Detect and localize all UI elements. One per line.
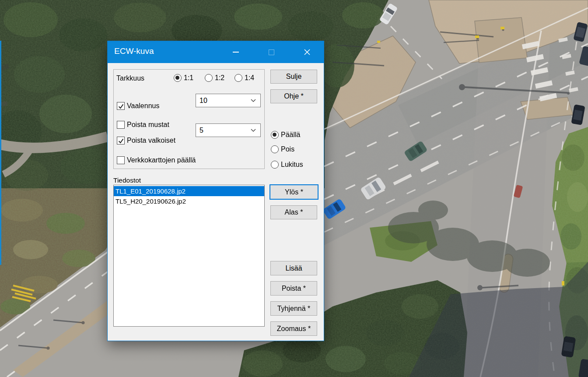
combo-value: 5 bbox=[196, 127, 251, 134]
checkbox-label: Poista valkoiset bbox=[127, 137, 175, 144]
vaalennus-combo[interactable]: 10 bbox=[196, 94, 261, 107]
radio-icon bbox=[174, 74, 182, 82]
checkbox-label: Vaalennus bbox=[127, 102, 159, 110]
radio-icon bbox=[271, 145, 279, 153]
radio-tarkkuus-1-4[interactable]: 1:4 bbox=[234, 74, 254, 82]
checkbox-icon bbox=[117, 137, 125, 144]
radio-tarkkuus-1-2[interactable]: 1:2 bbox=[205, 74, 224, 82]
sulje-button[interactable]: Sulje bbox=[270, 70, 317, 84]
checkbox-verkkokartat[interactable]: Verkkokarttojen päällä bbox=[117, 156, 196, 164]
radio-label: Päällä bbox=[281, 131, 300, 139]
tiedostot-label: Tiedostot bbox=[113, 176, 141, 184]
radio-icon bbox=[271, 131, 279, 139]
chevron-down-icon bbox=[251, 129, 256, 132]
chevron-down-icon bbox=[251, 99, 256, 102]
maximize-button[interactable] bbox=[261, 41, 281, 63]
minimize-icon bbox=[233, 52, 239, 53]
checkbox-label: Verkkokarttojen päällä bbox=[127, 156, 196, 164]
radio-label: 1:2 bbox=[215, 74, 224, 82]
combo-value: 10 bbox=[196, 97, 251, 105]
checkbox-icon bbox=[117, 121, 125, 129]
settings-groupbox bbox=[113, 69, 265, 169]
file-list-item[interactable]: TL1_E01_20190628.jp2 bbox=[114, 186, 264, 196]
lisaa-button[interactable]: Lisää bbox=[270, 261, 317, 275]
poista-button[interactable]: Poista * bbox=[270, 281, 317, 296]
radio-label: 1:4 bbox=[245, 74, 254, 82]
radio-pois[interactable]: Pois bbox=[271, 145, 294, 153]
radio-tarkkuus-1-1[interactable]: 1:1 bbox=[174, 74, 193, 82]
dialog-body: Tarkkuus 1:1 1:2 1:4 Vaalennus bbox=[108, 63, 324, 341]
radio-icon bbox=[234, 74, 242, 82]
check-icon bbox=[118, 138, 124, 144]
radio-icon bbox=[271, 161, 279, 169]
ohje-button[interactable]: Ohje * bbox=[270, 89, 317, 103]
check-icon bbox=[118, 103, 124, 109]
checkbox-icon bbox=[117, 102, 125, 110]
radio-label: Pois bbox=[281, 145, 294, 153]
minimize-button[interactable] bbox=[226, 41, 246, 63]
ecw-kuva-dialog: ECW-kuva Tarkkuus 1:1 bbox=[107, 41, 324, 341]
close-icon bbox=[304, 49, 311, 56]
tarkkuus-label: Tarkkuus bbox=[116, 74, 144, 82]
checkbox-poista-mustat[interactable]: Poista mustat bbox=[117, 121, 169, 129]
file-list-item[interactable]: TL5_H20_20190626.jp2 bbox=[114, 196, 264, 206]
checkbox-poista-valkoiset[interactable]: Poista valkoiset bbox=[117, 137, 175, 144]
dialog-titlebar[interactable]: ECW-kuva bbox=[108, 41, 324, 63]
radio-lukitus[interactable]: Lukitus bbox=[271, 161, 303, 169]
radio-label: Lukitus bbox=[281, 161, 303, 169]
zoomaus-button[interactable]: Zoomaus * bbox=[270, 321, 317, 336]
poista-combo[interactable]: 5 bbox=[196, 123, 261, 137]
radio-label: 1:1 bbox=[184, 74, 193, 82]
tyhjenna-button[interactable]: Tyhjennä * bbox=[270, 301, 317, 316]
radio-paalla[interactable]: Päällä bbox=[271, 131, 300, 139]
file-listbox[interactable]: TL1_E01_20190628.jp2 TL5_H20_20190626.jp… bbox=[113, 185, 265, 327]
alas-button[interactable]: Alas * bbox=[270, 205, 317, 219]
checkbox-label: Poista mustat bbox=[127, 121, 169, 129]
screen-edge-highlight bbox=[0, 41, 1, 265]
checkbox-icon bbox=[117, 156, 125, 164]
maximize-icon bbox=[269, 49, 274, 55]
screen: ECW-kuva Tarkkuus 1:1 bbox=[0, 0, 588, 377]
radio-icon bbox=[205, 74, 213, 82]
ylos-button[interactable]: Ylös * bbox=[270, 184, 318, 200]
close-button[interactable] bbox=[297, 41, 317, 63]
dialog-title: ECW-kuva bbox=[114, 46, 154, 56]
checkbox-vaalennus[interactable]: Vaalennus bbox=[117, 102, 159, 110]
